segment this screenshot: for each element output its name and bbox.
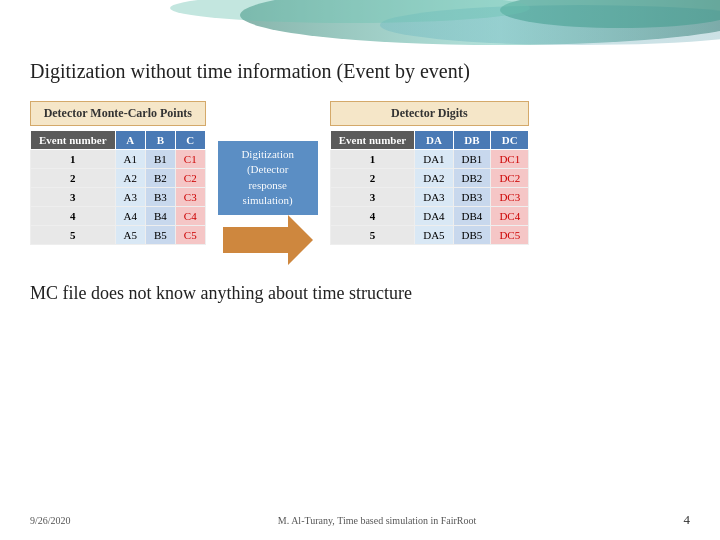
left-event-cell: 5 <box>31 226 116 245</box>
left-col-c-header: C <box>175 131 205 150</box>
right-db-cell: DB3 <box>453 188 491 207</box>
left-c-cell: C2 <box>175 169 205 188</box>
right-dc-cell: DC4 <box>491 207 529 226</box>
right-table-row: 1 DA1 DB1 DC1 <box>330 150 528 169</box>
right-event-cell: 2 <box>330 169 415 188</box>
left-table-row: 5 A5 B5 C5 <box>31 226 206 245</box>
right-dc-cell: DC3 <box>491 188 529 207</box>
left-b-cell: B5 <box>145 226 175 245</box>
right-event-cell: 5 <box>330 226 415 245</box>
left-a-cell: A1 <box>115 150 145 169</box>
left-table: Event number A B C 1 A1 B1 C1 2 A2 B2 C2… <box>30 130 206 245</box>
footer-citation: M. Al-Turany, Time based simulation in F… <box>71 515 684 526</box>
left-c-cell: C5 <box>175 226 205 245</box>
left-a-cell: A5 <box>115 226 145 245</box>
right-col-db-header: DB <box>453 131 491 150</box>
right-da-cell: DA5 <box>415 226 453 245</box>
right-da-cell: DA4 <box>415 207 453 226</box>
diagram-area: Detector Monte-Carlo Points Event number… <box>30 101 690 265</box>
left-a-cell: A4 <box>115 207 145 226</box>
left-table-row: 3 A3 B3 C3 <box>31 188 206 207</box>
right-db-cell: DB4 <box>453 207 491 226</box>
right-table: Event number DA DB DC 1 DA1 DB1 DC1 2 DA… <box>330 130 529 245</box>
left-c-cell: C4 <box>175 207 205 226</box>
left-table-row: 1 A1 B1 C1 <box>31 150 206 169</box>
arrow-container: Digitization (Detector response simulati… <box>218 101 318 265</box>
right-dc-cell: DC5 <box>491 226 529 245</box>
right-col-event-header: Event number <box>330 131 415 150</box>
right-table-row: 5 DA5 DB5 DC5 <box>330 226 528 245</box>
left-col-event-header: Event number <box>31 131 116 150</box>
left-a-cell: A2 <box>115 169 145 188</box>
right-table-label: Detector Digits <box>330 101 529 126</box>
footer-page: 4 <box>684 512 691 528</box>
right-col-dc-header: DC <box>491 131 529 150</box>
main-content: Digitization without time information (E… <box>0 50 720 540</box>
page-title: Digitization without time information (E… <box>30 60 690 83</box>
left-a-cell: A3 <box>115 188 145 207</box>
right-dc-cell: DC1 <box>491 150 529 169</box>
right-table-row: 3 DA3 DB3 DC3 <box>330 188 528 207</box>
left-c-cell: C3 <box>175 188 205 207</box>
footer: 9/26/2020 M. Al-Turany, Time based simul… <box>30 512 690 528</box>
right-event-cell: 1 <box>330 150 415 169</box>
digitization-label: Digitization (Detector response simulati… <box>218 141 318 215</box>
right-table-section: Detector Digits Event number DA DB DC 1 … <box>330 101 529 245</box>
right-table-row: 4 DA4 DB4 DC4 <box>330 207 528 226</box>
left-b-cell: B3 <box>145 188 175 207</box>
right-db-cell: DB1 <box>453 150 491 169</box>
mc-note: MC file does not know anything about tim… <box>30 283 690 304</box>
left-col-b-header: B <box>145 131 175 150</box>
arrow-svg <box>223 215 313 265</box>
left-table-row: 2 A2 B2 C2 <box>31 169 206 188</box>
right-table-row: 2 DA2 DB2 DC2 <box>330 169 528 188</box>
svg-marker-4 <box>223 215 313 265</box>
left-table-row: 4 A4 B4 C4 <box>31 207 206 226</box>
left-event-cell: 2 <box>31 169 116 188</box>
right-da-cell: DA1 <box>415 150 453 169</box>
right-event-cell: 4 <box>330 207 415 226</box>
right-event-cell: 3 <box>330 188 415 207</box>
left-b-cell: B1 <box>145 150 175 169</box>
right-da-cell: DA2 <box>415 169 453 188</box>
left-col-a-header: A <box>115 131 145 150</box>
left-c-cell: C1 <box>175 150 205 169</box>
left-event-cell: 3 <box>31 188 116 207</box>
right-db-cell: DB5 <box>453 226 491 245</box>
right-db-cell: DB2 <box>453 169 491 188</box>
footer-date: 9/26/2020 <box>30 515 71 526</box>
header-decoration <box>0 0 720 50</box>
right-dc-cell: DC2 <box>491 169 529 188</box>
left-event-cell: 4 <box>31 207 116 226</box>
left-table-section: Detector Monte-Carlo Points Event number… <box>30 101 206 245</box>
right-da-cell: DA3 <box>415 188 453 207</box>
right-col-da-header: DA <box>415 131 453 150</box>
left-event-cell: 1 <box>31 150 116 169</box>
left-table-label: Detector Monte-Carlo Points <box>30 101 206 126</box>
left-b-cell: B2 <box>145 169 175 188</box>
left-b-cell: B4 <box>145 207 175 226</box>
